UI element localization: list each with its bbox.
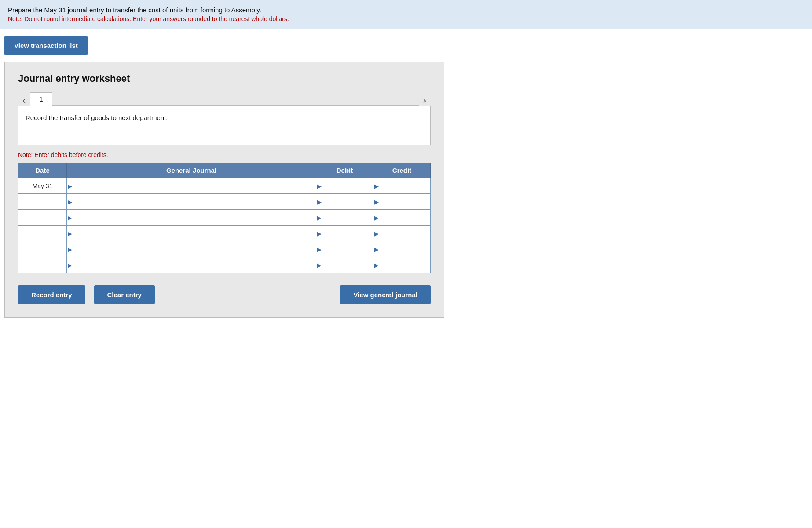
debit-input-4[interactable] [316,241,373,257]
table-row-debit-1[interactable]: ▶ [316,194,373,210]
prev-tab-button[interactable]: ‹ [18,96,30,106]
debit-input-5[interactable] [316,257,373,273]
col-header-gj: General Journal [67,163,316,178]
table-row-date-2 [18,210,67,226]
table-row-date-5 [18,257,67,273]
table-row-credit-3[interactable]: ▶ [373,226,431,241]
gj-input-5[interactable] [67,257,316,273]
worksheet-container: Journal entry worksheet ‹ 1 › Record the… [4,62,444,318]
table-row-credit-1[interactable]: ▶ [373,194,431,210]
col-header-credit: Credit [373,163,431,178]
credit-input-4[interactable] [373,241,430,257]
debit-input-0[interactable] [316,178,373,193]
credit-input-0[interactable] [373,178,430,193]
debit-input-2[interactable] [316,210,373,225]
credit-input-3[interactable] [373,226,430,241]
credit-input-5[interactable] [373,257,430,273]
view-transaction-button[interactable]: View transaction list [4,36,88,55]
next-tab-button[interactable]: › [419,96,431,106]
instruction-banner: Prepare the May 31 journal entry to tran… [0,0,812,29]
table-row-debit-4[interactable]: ▶ [316,241,373,257]
credit-input-1[interactable] [373,194,430,209]
table-row-gj-2[interactable]: ▶ [67,210,316,226]
table-row-date-1 [18,194,67,210]
tab-navigation: ‹ 1 › [18,92,431,106]
table-row-gj-3[interactable]: ▶ [67,226,316,241]
table-row-debit-3[interactable]: ▶ [316,226,373,241]
clear-entry-button[interactable]: Clear entry [94,285,155,304]
col-header-date: Date [18,163,67,178]
description-text: Record the transfer of goods to next dep… [26,114,168,121]
tab-1[interactable]: 1 [30,92,52,106]
debit-input-3[interactable] [316,226,373,241]
table-row-gj-5[interactable]: ▶ [67,257,316,273]
description-box: Record the transfer of goods to next dep… [18,106,431,145]
table-row-debit-2[interactable]: ▶ [316,210,373,226]
gj-input-2[interactable] [67,210,316,225]
table-row-gj-0[interactable]: ▶ [67,178,316,194]
gj-input-1[interactable] [67,194,316,209]
table-row-date-3 [18,226,67,241]
worksheet-title: Journal entry worksheet [18,73,431,84]
table-row-gj-1[interactable]: ▶ [67,194,316,210]
note-debits: Note: Enter debits before credits. [18,151,431,158]
view-general-journal-button[interactable]: View general journal [340,285,431,304]
debit-input-1[interactable] [316,194,373,209]
gj-input-0[interactable] [67,178,316,193]
credit-input-2[interactable] [373,210,430,225]
instruction-main-text: Prepare the May 31 journal entry to tran… [8,6,804,14]
table-row-credit-5[interactable]: ▶ [373,257,431,273]
bottom-buttons: Record entry Clear entry View general jo… [18,285,431,304]
table-row-credit-4[interactable]: ▶ [373,241,431,257]
instruction-note-text: Note: Do not round intermediate calculat… [8,15,804,22]
table-row-date-4 [18,241,67,257]
record-entry-button[interactable]: Record entry [18,285,85,304]
table-row-gj-4[interactable]: ▶ [67,241,316,257]
table-row-credit-2[interactable]: ▶ [373,210,431,226]
gj-input-4[interactable] [67,241,316,257]
journal-table: Date General Journal Debit Credit May 31… [18,163,431,273]
table-row-debit-5[interactable]: ▶ [316,257,373,273]
table-row-date-0: May 31 [18,178,67,194]
table-row-debit-0[interactable]: ▶ [316,178,373,194]
table-row-credit-0[interactable]: ▶ [373,178,431,194]
gj-input-3[interactable] [67,226,316,241]
col-header-debit: Debit [316,163,373,178]
